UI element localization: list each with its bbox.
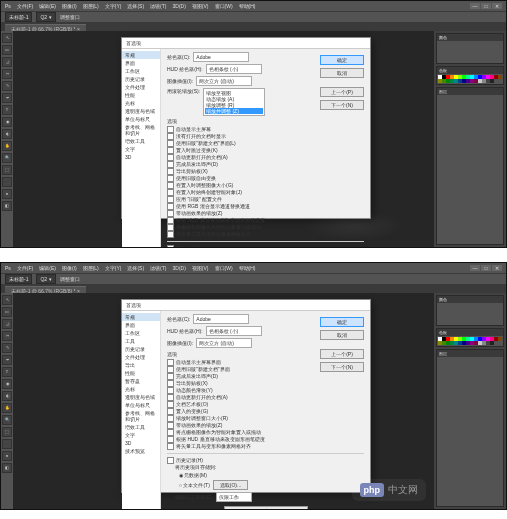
menu-item[interactable]: 帮助(H) — [239, 3, 256, 9]
sidebar-item[interactable]: 文件处理 — [122, 83, 160, 91]
checkbox-row[interactable]: 使用 RGB 混合显示通道替换通道 — [167, 203, 364, 210]
max-button[interactable]: □ — [481, 3, 491, 9]
sidebar-item[interactable]: 文字 — [122, 145, 160, 153]
tool-brush-icon[interactable]: ✎ — [2, 343, 12, 353]
checkbox-row[interactable]: 在置入时始终创建智能对象(J) — [167, 189, 364, 196]
sidebar-item[interactable]: 性能 — [122, 369, 160, 377]
menu-item[interactable]: 3D(D) — [173, 3, 186, 9]
tool-mask-icon[interactable]: ◧ — [2, 463, 12, 473]
menu-item[interactable]: 窗口(W) — [215, 265, 233, 271]
menu-item[interactable]: 图层(L) — [83, 265, 99, 271]
cancel-button[interactable]: 取消 — [320, 68, 364, 78]
tool-hand-icon[interactable]: ✋ — [2, 403, 12, 413]
sidebar-item-general[interactable]: 常规 — [122, 51, 160, 59]
sidebar-item[interactable]: 光标 — [122, 99, 160, 107]
sidebar-item[interactable]: 工具 — [122, 337, 160, 345]
swatch[interactable] — [498, 337, 502, 341]
menu-item[interactable]: 编辑(E) — [39, 3, 56, 9]
tool-marquee-icon[interactable]: ▭ — [2, 307, 12, 317]
sidebar-item[interactable]: 光标 — [122, 385, 160, 393]
checkbox-row[interactable]: 将矢量工具与变形和像素网格对齐 — [167, 443, 364, 450]
menu-item[interactable]: 图层(L) — [83, 3, 99, 9]
checkbox-row[interactable]: 自动更新打开的文档(A) — [167, 154, 364, 161]
checkbox-row[interactable]: 使用旧版"新建文档"界面(L) — [167, 140, 364, 147]
tool-fg-color-icon[interactable]: ⬛ — [2, 439, 12, 449]
ok-button[interactable]: 确定 — [320, 55, 364, 65]
checkbox-row[interactable]: 在置入时调整图像大小(G) — [167, 182, 364, 189]
checkbox-row[interactable]: 带动画效果的缩放(Z) — [167, 422, 364, 429]
option-q2[interactable]: Q2 ▾ — [36, 12, 55, 22]
tool-rect-icon[interactable]: ⬚ — [2, 165, 12, 175]
checkbox-row[interactable]: 动态颜色滑块(Y) — [167, 387, 364, 394]
history-checkbox[interactable]: 历史记录(H) — [167, 457, 364, 464]
sidebar-item-general[interactable]: 常规 — [122, 313, 160, 321]
tool-mask-icon[interactable]: ◧ — [2, 201, 12, 211]
sidebar-item[interactable]: 界面 — [122, 321, 160, 329]
sidebar-item[interactable]: 3D — [122, 439, 160, 447]
zoom-listbox[interactable]: 缩放至视图 动态缩放 (A) 缩放调整 (R) 缩放并调整 (Z) — [203, 88, 265, 116]
history-checkbox[interactable]: 历史记录(H) — [167, 245, 364, 248]
option-q2[interactable]: Q2 ▾ — [36, 274, 55, 284]
sidebar-item[interactable]: 文件处理 — [122, 353, 160, 361]
interp-select[interactable]: 两次立方 (自动) — [196, 76, 252, 86]
checkbox-row[interactable]: 没有打开的文档时显示 — [167, 133, 364, 140]
hud-select[interactable]: 色相条纹 (小) — [206, 326, 262, 336]
sidebar-item[interactable]: 增效工具 — [122, 137, 160, 145]
menu-item[interactable]: 图像(I) — [62, 3, 77, 9]
sidebar-item[interactable]: 性能 — [122, 91, 160, 99]
menu-item[interactable]: 文字(Y) — [105, 3, 122, 9]
sidebar-item[interactable]: 单位与标尺 — [122, 115, 160, 123]
menu-item[interactable]: 选择(S) — [127, 265, 144, 271]
min-button[interactable]: — — [470, 265, 480, 271]
tool-bg-color-icon[interactable]: ● — [2, 451, 12, 461]
sidebar-item[interactable]: 历史记录 — [122, 75, 160, 83]
menu-item[interactable]: 3D(D) — [173, 265, 186, 271]
tool-fg-color-icon[interactable]: ⬛ — [2, 177, 12, 187]
checkbox-row[interactable]: 使用旧版自由变换 — [167, 175, 364, 182]
tool-rect-icon[interactable]: ⬚ — [2, 427, 12, 437]
tool-pen-icon[interactable]: ✒ — [2, 355, 12, 365]
tool-shape-icon[interactable]: ◉ — [2, 117, 12, 127]
menu-item[interactable]: 滤镜(T) — [150, 265, 166, 271]
editlog-select[interactable]: 仅限工作 — [216, 492, 252, 502]
menu-item[interactable]: 选择(S) — [127, 3, 144, 9]
tool-hand-icon[interactable]: ✋ — [2, 141, 12, 151]
sidebar-item[interactable]: 导出 — [122, 361, 160, 369]
picker-select[interactable]: Adobe — [193, 52, 249, 62]
list-item-selected[interactable]: 缩放并调整 (Z) — [205, 108, 263, 114]
sidebar-item[interactable]: 暂存盘 — [122, 377, 160, 385]
cancel-button[interactable]: 取消 — [320, 330, 364, 340]
checkbox-row[interactable]: 文档艺术板(O) — [167, 401, 364, 408]
next-button[interactable]: 下一个(N) — [320, 100, 364, 110]
checkbox-row[interactable]: 置入的变换(G) — [167, 408, 364, 415]
sidebar-item[interactable]: 历史记录 — [122, 345, 160, 353]
tool-move-icon[interactable]: ↖ — [2, 295, 12, 305]
close-button[interactable]: ✕ — [492, 265, 502, 271]
menu-item[interactable]: 帮助(H) — [239, 265, 256, 271]
menu-item[interactable]: 文字(Y) — [105, 265, 122, 271]
tool-crop-icon[interactable]: ✂ — [2, 331, 12, 341]
sidebar-item[interactable]: 透明度与色域 — [122, 107, 160, 115]
next-button[interactable]: 下一个(N) — [320, 362, 364, 372]
checkbox-row[interactable]: 导出剪贴板(X) — [167, 168, 364, 175]
tool-pen-icon[interactable]: ✒ — [2, 93, 12, 103]
hud-select[interactable]: 色相条纹 (小) — [206, 64, 262, 74]
menu-item[interactable]: 窗口(W) — [215, 3, 233, 9]
checkbox-row[interactable]: 将点栅格图像作为智能对象置入或拖动 — [167, 429, 364, 436]
tool-gradient-icon[interactable]: ◐ — [2, 391, 12, 401]
menu-item[interactable]: 视图(V) — [192, 3, 209, 9]
tool-shape-icon[interactable]: ◉ — [2, 379, 12, 389]
swatch[interactable] — [490, 79, 494, 83]
sidebar-item[interactable]: 3D — [122, 153, 160, 161]
checkbox-row[interactable]: 缩放时调整窗口大小(R) — [167, 415, 364, 422]
sidebar-item[interactable]: 增效工具 — [122, 423, 160, 431]
checkbox-row[interactable]: 完成后发出哔声(D) — [167, 161, 364, 168]
menu-item[interactable]: 图像(I) — [62, 265, 77, 271]
reset-button[interactable]: 复位所有警告对话框(W) — [224, 506, 308, 510]
menu-item[interactable]: 编辑(E) — [39, 265, 56, 271]
tool-bg-color-icon[interactable]: ● — [2, 189, 12, 199]
sidebar-item[interactable]: 文字 — [122, 431, 160, 439]
interp-select[interactable]: 两次立方 (自动) — [196, 338, 252, 348]
menu-item[interactable]: 视图(V) — [192, 265, 209, 271]
prev-button[interactable]: 上一个(P) — [320, 87, 364, 97]
